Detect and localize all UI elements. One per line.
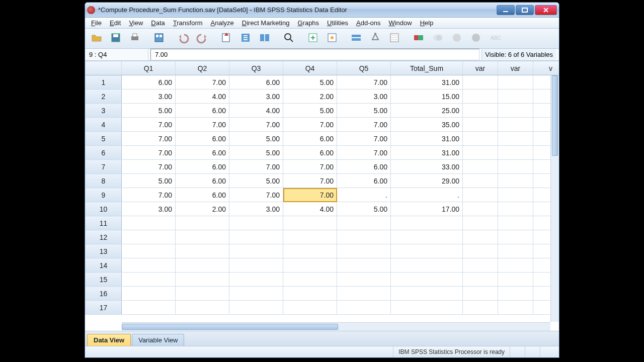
data-cell[interactable]: 25.00 [391,104,463,118]
row-header[interactable]: 1 [86,75,122,89]
data-cell[interactable] [337,287,391,301]
data-cell[interactable] [463,244,498,258]
data-cell[interactable] [498,258,533,273]
row-header[interactable]: 9 [86,188,122,202]
data-cell[interactable]: 4.00 [283,202,337,216]
row-header[interactable]: 11 [86,216,122,230]
column-header-Q2[interactable]: Q2 [176,61,229,75]
data-cell[interactable]: 5.00 [122,104,176,118]
data-cell[interactable] [176,244,229,258]
data-cell[interactable]: 7.00 [337,146,391,160]
data-cell[interactable] [498,132,533,146]
data-cell[interactable]: 7.00 [229,160,283,174]
data-cell[interactable] [463,75,498,89]
minimize-button[interactable] [497,5,515,15]
value-labels-button[interactable] [410,31,427,47]
data-cell[interactable] [122,301,176,315]
data-cell[interactable] [176,273,229,287]
row-header[interactable]: 15 [86,273,122,287]
vertical-scroll-thumb[interactable] [552,75,558,156]
data-cell[interactable]: 31.00 [391,75,463,89]
column-header-Q3[interactable]: Q3 [229,61,283,75]
column-header-v[interactable]: v [533,61,559,75]
horizontal-scroll-thumb[interactable] [122,324,338,330]
data-cell[interactable]: 5.00 [283,104,337,118]
data-cell[interactable]: 6.00 [283,146,337,160]
data-cell[interactable] [337,258,391,273]
menu-graphs[interactable]: Graphs [293,18,323,28]
data-cell[interactable] [391,244,463,258]
data-cell[interactable]: 7.00 [176,75,229,89]
row-header[interactable]: 3 [86,104,122,118]
data-cell[interactable]: 6.00 [283,132,337,146]
row-header[interactable]: 6 [86,146,122,160]
data-cell[interactable] [176,301,229,315]
data-cell[interactable] [337,273,391,287]
data-cell[interactable]: 6.00 [176,160,229,174]
data-cell[interactable]: 7.00 [176,118,229,132]
data-cell[interactable]: 6.00 [176,132,229,146]
data-cell[interactable] [229,230,283,244]
data-cell[interactable]: 5.00 [283,75,337,89]
data-cell[interactable] [498,160,533,174]
data-cell[interactable] [498,244,533,258]
data-cell[interactable]: . [337,188,391,202]
row-header[interactable]: 5 [86,132,122,146]
data-cell[interactable] [391,273,463,287]
data-cell[interactable]: 3.00 [122,89,176,104]
data-cell[interactable]: 5.00 [229,146,283,160]
data-cell[interactable] [122,216,176,230]
row-header[interactable]: 4 [86,118,122,132]
data-cell[interactable] [283,244,337,258]
data-cell[interactable]: 7.00 [337,118,391,132]
data-cell[interactable]: 7.00 [229,118,283,132]
data-cell[interactable] [229,301,283,315]
data-cell[interactable]: 33.00 [391,160,463,174]
data-cell[interactable] [283,230,337,244]
data-cell[interactable] [463,118,498,132]
data-cell[interactable] [498,230,533,244]
data-cell[interactable] [283,273,337,287]
data-cell[interactable]: 4.00 [229,104,283,118]
goto-var-button[interactable] [237,31,254,47]
data-cell[interactable] [337,301,391,315]
goto-case-button[interactable] [218,31,235,47]
data-cell[interactable] [463,160,498,174]
row-header[interactable]: 8 [86,174,122,188]
data-cell[interactable]: 4.00 [176,89,229,104]
variables-button[interactable] [256,31,273,47]
data-cell[interactable]: 6.00 [337,174,391,188]
menu-direct-marketing[interactable]: Direct Marketing [238,18,294,28]
row-header[interactable]: 7 [86,160,122,174]
data-cell[interactable]: 5.00 [337,202,391,216]
column-header-Total_Sum[interactable]: Total_Sum [391,61,463,75]
data-cell[interactable]: 2.00 [176,202,229,216]
print-button[interactable] [126,31,143,47]
data-cell[interactable] [229,273,283,287]
corner-cell[interactable] [86,61,122,75]
data-cell[interactable]: 35.00 [391,118,463,132]
data-cell[interactable]: 6.00 [176,174,229,188]
data-cell[interactable]: 5.00 [229,132,283,146]
column-header-Q1[interactable]: Q1 [122,61,176,75]
data-cell[interactable] [463,230,498,244]
open-button[interactable] [88,31,105,47]
menu-utilities[interactable]: Utilities [323,18,352,28]
data-cell[interactable]: 3.00 [122,202,176,216]
data-cell[interactable]: 7.00 [337,75,391,89]
data-cell[interactable] [498,301,533,315]
data-cell[interactable]: 2.00 [283,89,337,104]
column-header-var[interactable]: var [463,61,498,75]
redo-button[interactable] [194,31,211,47]
data-cell[interactable] [463,132,498,146]
tab-variable-view[interactable]: Variable View [132,334,184,346]
data-cell[interactable] [391,216,463,230]
data-cell[interactable]: 7.00 [122,160,176,174]
menu-data[interactable]: Data [147,18,169,28]
data-props-button[interactable] [150,31,168,47]
insert-case-button[interactable] [304,31,321,47]
data-cell[interactable] [176,287,229,301]
data-cell[interactable] [122,287,176,301]
data-cell[interactable] [122,258,176,273]
row-header[interactable]: 14 [86,258,122,273]
